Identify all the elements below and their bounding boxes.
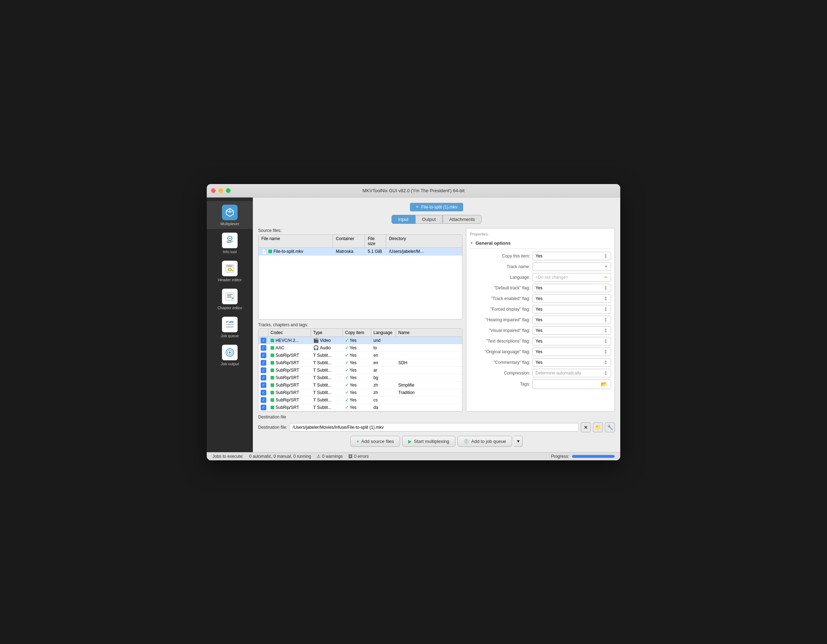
svg-rect-15: [226, 321, 234, 323]
add-source-button[interactable]: + Add source files: [350, 436, 400, 447]
file-tab[interactable]: ✕ File-to-split (1).mkv: [410, 203, 463, 211]
disc-icon: 💿: [463, 439, 469, 444]
sidebar-item-info-tool[interactable]: Info tool: [207, 229, 253, 257]
track-codec-text: SubRip/SRT: [276, 390, 299, 395]
sidebar-item-job-output-label: Job output: [221, 362, 239, 366]
destination-clear-button[interactable]: ✕: [581, 423, 591, 432]
source-file-row[interactable]: 📄 File-to-split.mkv Matroska 5.1 GiB /Us…: [259, 248, 462, 256]
sidebar-item-multiplexer[interactable]: Multiplexer: [207, 201, 253, 229]
tracks-table: Codec Type Copy item Language Name ✓: [258, 328, 462, 412]
language-edit-icon[interactable]: ✏: [604, 275, 608, 280]
prop-value-visual-impaired[interactable]: Yes ⇕: [532, 326, 611, 335]
destination-input[interactable]: [289, 423, 579, 432]
job-queue-icon: [221, 316, 238, 333]
track-row[interactable]: ✓ SubRip/SRT TSubtit... ✓Yes cs: [259, 396, 462, 404]
track-lang: bg: [373, 375, 398, 380]
destination-folder-button[interactable]: 🔧: [605, 423, 615, 432]
green-indicator: [268, 249, 272, 253]
track-lang: ar: [373, 368, 398, 373]
plus-icon: +: [356, 439, 359, 444]
track-row[interactable]: ✓ AAC 🎧 Audio: [259, 345, 462, 352]
track-color-indicator: [271, 354, 274, 357]
destination-browse-button[interactable]: 📁: [593, 423, 603, 432]
track-checkbox[interactable]: ✓: [261, 338, 266, 343]
track-type-icon: T: [313, 367, 316, 373]
track-checkbox[interactable]: ✓: [261, 397, 266, 403]
prop-value-text-descriptions[interactable]: Yes ⇕: [532, 337, 611, 345]
close-button[interactable]: [211, 188, 215, 193]
track-row[interactable]: ✓ SubRip/SRT TSubtit... ✓Yes en SDH: [259, 359, 462, 367]
prop-value-forced-display[interactable]: Yes ⇕: [532, 305, 611, 313]
track-checkbox[interactable]: ✓: [261, 367, 266, 373]
track-type-text: Subtit...: [317, 390, 332, 395]
prop-value-track-enabled[interactable]: Yes ⇕: [532, 294, 611, 303]
add-job-queue-button[interactable]: 💿 Add to job queue: [457, 436, 512, 447]
prop-row-commentary: "Commentary" flag: Yes ⇕: [470, 358, 611, 367]
prop-value-compression[interactable]: Determine automatically ⇕: [532, 369, 611, 377]
track-copy-text: Yes: [350, 368, 357, 373]
prop-label-tags: Tags:: [470, 382, 530, 387]
prop-value-tags[interactable]: 📂: [532, 379, 611, 389]
chapter-editor-icon: [221, 288, 238, 305]
copy-item-spinner: ⇕: [604, 253, 608, 259]
progress-container: Progress:: [551, 454, 615, 459]
track-copy-text: Yes: [350, 405, 357, 410]
prop-value-track-name[interactable]: ▼: [532, 262, 611, 271]
jobs-to-execute-label: Jobs to execute:: [212, 454, 243, 459]
prop-value-hearing-impaired[interactable]: Yes ⇕: [532, 316, 611, 324]
file-tab-close-icon[interactable]: ✕: [416, 204, 419, 209]
track-color-indicator: [271, 398, 274, 402]
properties-header-label: Properties:: [470, 232, 611, 236]
start-multiplexing-button[interactable]: ▶ Start multiplexing: [402, 436, 456, 447]
tab-output[interactable]: Output: [415, 215, 443, 224]
track-row[interactable]: ✓ SubRip/SRT TSubtit... ✓Yes bg: [259, 374, 462, 382]
collapse-icon[interactable]: ▼: [470, 241, 473, 245]
prop-value-commentary[interactable]: Yes ⇕: [532, 358, 611, 367]
track-checkbox[interactable]: ✓: [261, 345, 266, 351]
track-checkbox[interactable]: ✓: [261, 375, 266, 380]
prop-value-language[interactable]: <Do not change> ✏: [532, 273, 611, 282]
header-editor-icon: [221, 260, 238, 277]
prop-row-original-language: "Original language" flag: Yes ⇕: [470, 348, 611, 356]
track-color-indicator: [271, 406, 274, 409]
track-row[interactable]: ✓ SubRip/SRT TSubtit... ✓Yes zh Simplifi…: [259, 382, 462, 389]
tab-input[interactable]: Input: [392, 215, 415, 224]
add-queue-split-button[interactable]: ▼: [514, 436, 523, 447]
sidebar-item-header-editor[interactable]: Header editor: [207, 257, 253, 285]
tab-attachments[interactable]: Attachments: [443, 215, 482, 224]
track-checkbox[interactable]: ✓: [261, 360, 266, 366]
tags-file-icon[interactable]: 📂: [601, 381, 608, 388]
track-copy-text: Yes: [350, 398, 357, 402]
maximize-button[interactable]: [226, 188, 231, 193]
track-checkbox[interactable]: ✓: [261, 382, 266, 388]
minimize-button[interactable]: [218, 188, 223, 193]
sidebar-item-job-queue[interactable]: Job queue: [207, 313, 253, 341]
action-bar: + Add source files ▶ Start multiplexing …: [258, 436, 615, 447]
titlebar: MKVToolNix GUI v82.0 ('I'm The President…: [207, 184, 620, 198]
track-type-icon: 🎧: [313, 345, 319, 350]
sidebar-item-chapter-editor[interactable]: Chapter editor: [207, 285, 253, 313]
track-row[interactable]: ✓ SubRip/SRT TSubtit... ✓Yes da: [259, 404, 462, 412]
col-header-filename: File name: [259, 235, 333, 248]
sidebar-item-job-queue-label: Job queue: [221, 334, 239, 338]
prop-value-copy-item[interactable]: Yes ⇕: [532, 252, 611, 260]
track-checkbox[interactable]: ✓: [261, 405, 266, 410]
filename-text: File-to-split.mkv: [273, 249, 303, 254]
track-copy-text: Yes: [350, 353, 357, 358]
sidebar-item-job-output[interactable]: Job output: [207, 341, 253, 369]
svg-rect-14: [227, 297, 232, 298]
track-row[interactable]: ✓ SubRip/SRT TSubtit... ✓Yes ar: [259, 367, 462, 374]
track-row[interactable]: ✓ SubRip/SRT TSubtit... ✓Yes en: [259, 352, 462, 359]
track-checkbox[interactable]: ✓: [261, 390, 266, 395]
start-mux-label: Start multiplexing: [414, 439, 449, 444]
track-lang: und: [373, 338, 398, 343]
tracks-body: ✓ HEVC/H.2... 🎬 Video: [259, 337, 462, 412]
track-copy-check: ✓: [345, 390, 349, 395]
track-row[interactable]: ✓ SubRip/SRT TSubtit... ✓Yes zh Traditio…: [259, 389, 462, 396]
prop-value-original-language[interactable]: Yes ⇕: [532, 348, 611, 356]
track-checkbox[interactable]: ✓: [261, 352, 266, 358]
prop-value-default-track[interactable]: Yes ⇕: [532, 284, 611, 292]
track-color-indicator: [271, 368, 274, 372]
track-row[interactable]: ✓ HEVC/H.2... 🎬 Video: [259, 337, 462, 345]
default-track-spinner: ⇕: [604, 285, 608, 291]
